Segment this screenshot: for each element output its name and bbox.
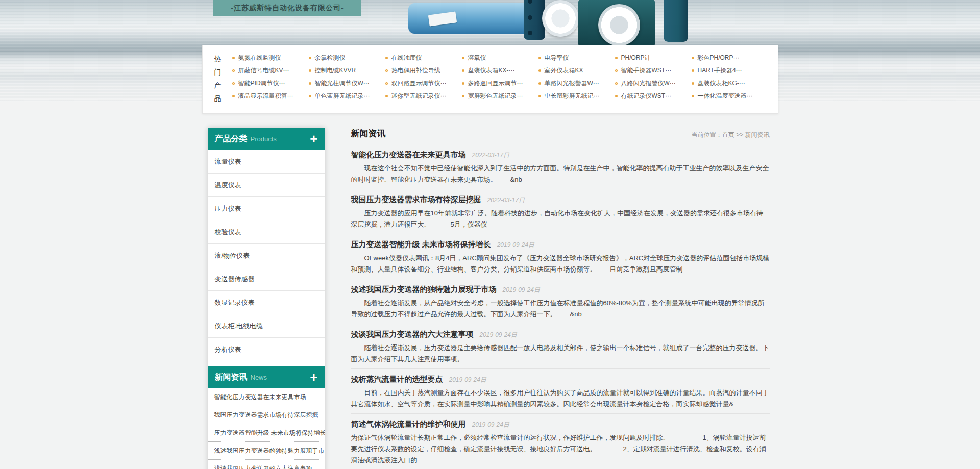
flange-bolt <box>528 31 532 35</box>
sidebar-news-link[interactable]: 浅述我国压力变送器的独特魅力展现于市 <box>208 442 325 460</box>
article-title-link[interactable]: 我国压力变送器需求市场有待深层挖掘 <box>351 194 481 205</box>
bullet-icon <box>538 57 541 59</box>
hot-product-link[interactable]: 盘装仪表柜KG-··· <box>692 79 768 88</box>
hot-product-link[interactable]: 智能PID调节仪··· <box>232 79 309 88</box>
hot-product-link[interactable]: 余氯检测仪 <box>309 54 385 62</box>
article-date: 2019-09-24日 <box>497 241 534 250</box>
hot-label-char: 热 <box>214 52 232 65</box>
bullet-icon <box>615 95 618 97</box>
news-article: 浅谈我国压力变送器的六大注意事项2019-09-24日 随着社会逐渐发展，压力变… <box>351 324 770 369</box>
flowmeter-liner-face <box>542 0 579 37</box>
hot-product-link[interactable]: 有纸记录仪WST··· <box>615 92 692 101</box>
hot-product-link[interactable]: 中长图彩屏无纸记··· <box>538 92 615 101</box>
hot-product-label: 盘装仪表箱KX-··· <box>468 66 515 75</box>
sidebar-news-header: 新闻资讯 News + <box>208 366 325 388</box>
bullet-icon <box>232 95 235 97</box>
hot-products-vertical-label: 热 门 产 品 <box>203 45 232 113</box>
hot-product-label: 在线浊度仪 <box>391 54 422 62</box>
flowmeter-liner-face-2 <box>598 4 640 46</box>
hot-product-label: 电导率仪 <box>545 54 569 62</box>
hot-product-link[interactable]: 控制电缆KVVR <box>309 66 385 75</box>
hot-product-link[interactable]: HART手操器4··· <box>692 66 768 75</box>
sidebar-item-digital-recorders[interactable]: 数显记录仪表 <box>208 291 325 314</box>
news-article: 压力变送器智能升级 未来市场将保持增长2019-09-24日 OFweek仪器仪… <box>351 234 770 279</box>
hot-product-link[interactable]: 室外仪表箱KX <box>538 66 615 75</box>
sidebar-item-pressure-meters[interactable]: 压力仪表 <box>208 197 325 220</box>
hot-product-link[interactable]: 彩色PH/ORP··· <box>692 54 768 62</box>
hot-product-link[interactable]: 单色蓝屏无纸记录··· <box>309 92 385 101</box>
hot-product-link[interactable]: 单路闪光报警器W··· <box>538 79 615 88</box>
flange-bolt <box>528 15 532 20</box>
hot-product-label: 智能光柱调节仪W··· <box>315 79 370 88</box>
hot-product-label: 宽屏彩色无纸记录··· <box>468 92 523 101</box>
hot-product-link[interactable]: 智能手操器WST··· <box>615 66 692 75</box>
article-title-link[interactable]: 智能化压力变送器在未来更具市场 <box>351 150 466 160</box>
plus-icon[interactable]: + <box>310 132 317 145</box>
sidebar-news-link[interactable]: 压力变送器智能升级 未来市场将保持增长 <box>208 424 325 442</box>
breadcrumb-separator: >> <box>734 131 745 138</box>
hot-product-link[interactable]: 盘装仪表箱KX-··· <box>462 66 538 75</box>
hot-product-label: HART手操器4··· <box>698 66 742 75</box>
bullet-icon <box>232 69 235 72</box>
sidebar-item-temperature-meters[interactable]: 温度仪表 <box>208 174 325 197</box>
news-header-title: 新闻资讯 <box>215 372 248 383</box>
bullet-icon <box>462 82 464 85</box>
sidebar-item-flow-meters[interactable]: 流量仪表 <box>208 150 325 174</box>
hot-product-label: 智能PID调节仪··· <box>238 79 285 88</box>
article-title-link[interactable]: 浅述我国压力变送器的独特魅力展现于市场 <box>351 284 497 294</box>
article-date: 2019-09-24日 <box>449 376 486 384</box>
bullet-icon <box>385 69 388 72</box>
hot-product-label: 氨氮在线监测仪 <box>238 54 281 62</box>
plus-icon[interactable]: + <box>310 371 317 384</box>
hot-product-link[interactable]: PH/ORP计 <box>615 54 692 62</box>
hot-product-link[interactable]: 双回路显示调节仪··· <box>385 79 462 88</box>
bullet-icon <box>615 82 618 85</box>
sidebar-products-header: 产品分类 Products + <box>208 128 325 150</box>
hot-product-link[interactable]: 屏蔽信号电缆KV··· <box>232 66 309 75</box>
news-header-subtitle: News <box>251 374 267 381</box>
article-date: 2022-03-17日 <box>472 151 509 160</box>
news-main-area: 新闻资讯 当前位置：首页 >> 新闻资讯 智能化压力变送器在未来更具市场2022… <box>351 128 770 469</box>
bullet-icon <box>538 69 541 72</box>
sidebar-news-link[interactable]: 我国压力变送器需求市场有待深层挖掘 <box>208 406 325 424</box>
hot-product-link[interactable]: 多路巡回显示调节··· <box>462 79 538 88</box>
sidebar-item-analysis-meters[interactable]: 分析仪表 <box>208 338 325 361</box>
bullet-icon <box>309 95 311 97</box>
hot-product-link[interactable]: 迷你型无纸记录仪··· <box>385 92 462 101</box>
hot-product-link[interactable]: 智能光柱调节仪W··· <box>309 79 385 88</box>
hot-products-grid: 氨氮在线监测仪 余氯检测仪 在线浊度仪 溶氧仪 电导率仪 PH/ORP计 彩色P… <box>232 45 768 113</box>
hot-product-label: 液晶显示流量积算··· <box>238 92 293 101</box>
article-title-link[interactable]: 浅析蒸汽流量计的选型要点 <box>351 374 443 384</box>
hot-product-label: 多路巡回显示调节··· <box>468 79 523 88</box>
sidebar-item-calibration-meters[interactable]: 校验仪表 <box>208 220 325 244</box>
bullet-icon <box>462 57 464 59</box>
hot-product-link[interactable]: 液晶显示流量积算··· <box>232 92 309 101</box>
sidebar-item-transmitters-sensors[interactable]: 变送器传感器 <box>208 267 325 291</box>
hot-product-link[interactable]: 溶氧仪 <box>462 54 538 62</box>
breadcrumb-home-link[interactable]: 首页 <box>722 131 734 138</box>
sidebar-news-link[interactable]: 智能化压力变送器在未来更具市场 <box>208 388 325 406</box>
article-title-link[interactable]: 压力变送器智能升级 未来市场将保持增长 <box>351 239 491 250</box>
bullet-icon <box>309 82 311 85</box>
sidebar-news-link[interactable]: 浅谈我国压力变送器的六大注意事项 <box>208 460 325 469</box>
hot-product-link[interactable]: 宽屏彩色无纸记录··· <box>462 92 538 101</box>
products-header-subtitle: Products <box>251 135 277 143</box>
hot-product-label: PH/ORP计 <box>621 54 651 62</box>
news-article: 我国压力变送器需求市场有待深层挖掘2022-03-17日 压力变送器的应用早在1… <box>351 189 770 234</box>
news-article: 简述气体涡轮流量计的维护和使用2019-09-24日 为保证气体涡轮流量计长期正… <box>351 414 770 469</box>
article-title-link[interactable]: 简述气体涡轮流量计的维护和使用 <box>351 419 466 429</box>
hot-product-link[interactable]: 氨氮在线监测仪 <box>232 54 309 62</box>
hot-product-link[interactable]: 在线浊度仪 <box>385 54 462 62</box>
hot-product-link[interactable]: 电导率仪 <box>538 54 615 62</box>
hot-product-link[interactable]: 一体化温度变送器··· <box>692 92 768 101</box>
sidebar-item-level-meters[interactable]: 液/物位仪表 <box>208 244 325 267</box>
hot-product-label: 控制电缆KVVR <box>315 66 356 75</box>
hot-product-link[interactable]: 八路闪光报警仪W··· <box>615 79 692 88</box>
company-name-banner: -江苏威斯特自动化设备有限公司- <box>213 0 361 16</box>
hot-product-link[interactable]: 热电偶用补偿导线 <box>385 66 462 75</box>
article-title-link[interactable]: 浅谈我国压力变送器的六大注意事项 <box>351 329 474 339</box>
bullet-icon <box>538 95 541 97</box>
hot-product-label: 热电偶用补偿导线 <box>391 66 440 75</box>
flowmeter-blue-body <box>408 3 531 34</box>
sidebar-item-cabinets-cables[interactable]: 仪表柜.电线电缆 <box>208 314 325 338</box>
